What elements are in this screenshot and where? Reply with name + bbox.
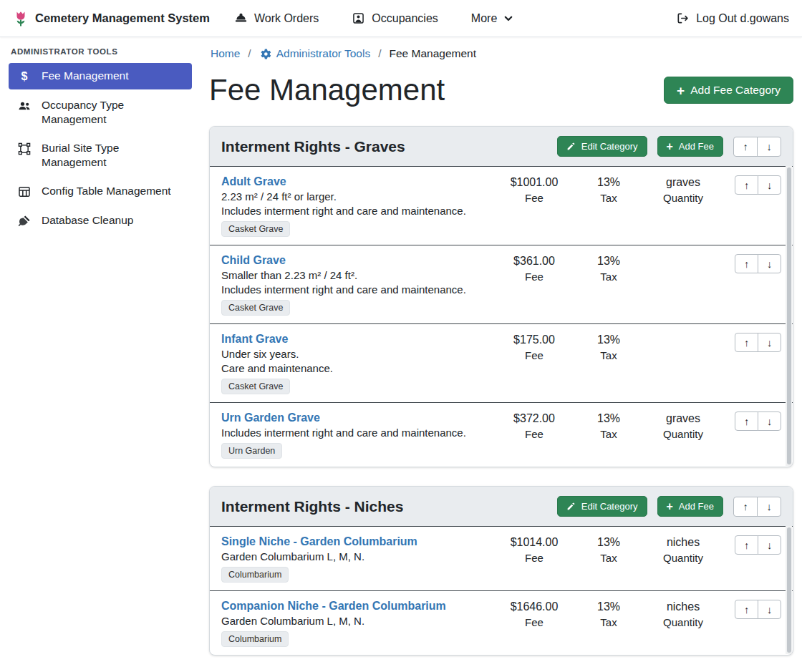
breadcrumb-item-fee-management: Fee Management: [390, 47, 477, 60]
arrow-up-icon: ↑: [744, 258, 749, 270]
fee-amount-column: $1646.00 Fee: [491, 600, 577, 628]
fee-name-link[interactable]: Child Grave: [221, 254, 286, 267]
logout-button[interactable]: Log Out d.gowans: [676, 11, 789, 25]
move-fee-down-button[interactable]: ↓: [758, 600, 781, 619]
fee-amount-label: Fee: [491, 349, 577, 361]
add-fee-category-button[interactable]: + Add Fee Category: [664, 77, 793, 104]
sidebar-item-occupancy-type-management[interactable]: Occupancy Type Management: [9, 92, 192, 132]
fee-amount-label: Fee: [491, 552, 577, 564]
move-fee-up-button[interactable]: ↑: [735, 412, 758, 431]
fee-tax: 13%: [577, 536, 640, 549]
sidebar-item-burial-site-type-management[interactable]: Burial Site Type Management: [9, 135, 192, 175]
fee-amount-label: Fee: [491, 271, 577, 283]
logout-icon: [676, 11, 690, 25]
sidebar-item-label: Config Table Management: [42, 184, 171, 198]
move-category-up-button[interactable]: ↑: [733, 137, 758, 157]
fee-amount: $1014.00: [491, 536, 577, 549]
add-fee-button[interactable]: + Add Fee: [657, 136, 724, 157]
chevron-down-icon: [503, 14, 513, 24]
app-brand[interactable]: Cemetery Management System: [13, 9, 210, 27]
fee-tag: Urn Garden: [221, 443, 282, 459]
move-fee-down-button[interactable]: ↓: [758, 535, 781, 555]
table-icon: [17, 185, 32, 199]
card-scrollbar[interactable]: [786, 166, 792, 466]
sidebar-item-database-cleanup[interactable]: Database Cleanup: [9, 208, 192, 234]
nav-item-work-orders[interactable]: Work Orders: [234, 11, 319, 25]
fee-tax-label: Tax: [577, 552, 640, 564]
fee-tax-column: 13% Tax: [577, 412, 640, 440]
fee-info: Infant Grave Under six years.Care and ma…: [221, 333, 491, 394]
move-fee-up-button[interactable]: ↑: [735, 535, 758, 555]
category-reorder-buttons: ↑ ↓: [733, 137, 781, 157]
arrow-down-icon: ↓: [767, 540, 772, 551]
fee-descriptions: Under six years.Care and maintenance.: [221, 348, 485, 374]
fee-name-link[interactable]: Urn Garden Grave: [221, 412, 320, 424]
category-reorder-buttons: ↑ ↓: [733, 497, 781, 517]
fee-name-link[interactable]: Single Niche - Garden Columbarium: [221, 535, 417, 548]
fee-amount-column: $1001.00 Fee: [491, 175, 577, 204]
move-fee-down-button[interactable]: ↓: [758, 412, 781, 431]
move-category-down-button[interactable]: ↓: [757, 137, 781, 157]
breadcrumb-item-administrator-tools[interactable]: Administrator Tools: [259, 47, 371, 60]
fee-name-link[interactable]: Companion Niche - Garden Columbarium: [221, 600, 446, 613]
arrow-up-icon: ↑: [743, 501, 748, 512]
fee-name-link[interactable]: Adult Grave: [221, 175, 286, 188]
sidebar-item-fee-management[interactable]: $Fee Management: [9, 63, 192, 89]
nav-item-label: Work Orders: [254, 12, 319, 25]
add-fee-label: Add Fee: [679, 501, 714, 512]
move-fee-up-button[interactable]: ↑: [735, 254, 758, 273]
fee-reorder-buttons: ↑ ↓: [735, 535, 781, 555]
move-fee-down-button[interactable]: ↓: [758, 175, 781, 195]
fee-quantity: niches: [640, 536, 726, 549]
move-fee-up-button[interactable]: ↑: [735, 600, 758, 619]
fee-tax-column: 13% Tax: [577, 254, 640, 283]
nav-item-more[interactable]: More: [471, 12, 513, 25]
move-category-up-button[interactable]: ↑: [733, 497, 758, 517]
fee-name-link[interactable]: Infant Grave: [221, 333, 288, 346]
fee-reorder-buttons: ↑ ↓: [735, 175, 781, 195]
fee-quantity: graves: [640, 176, 726, 189]
main-content: Home/Administrator Tools/Fee Management …: [200, 37, 802, 672]
fee-reorder-buttons: ↑ ↓: [735, 333, 781, 352]
fee-tax: 13%: [577, 333, 640, 346]
arrow-down-icon: ↓: [767, 416, 772, 427]
fee-description: Includes interment right and care and ma…: [221, 427, 485, 439]
move-category-down-button[interactable]: ↓: [757, 497, 781, 517]
sidebar-nav: $Fee ManagementOccupancy Type Management…: [0, 63, 200, 234]
nav-item-occupancies[interactable]: Occupancies: [352, 11, 438, 25]
edit-category-button[interactable]: Edit Category: [557, 136, 647, 157]
people-icon: [17, 99, 32, 113]
scrollbar-thumb[interactable]: [787, 527, 791, 653]
fee-reorder-buttons: ↑ ↓: [735, 412, 781, 431]
fee-amount-column: $372.00 Fee: [491, 412, 577, 440]
scrollbar-thumb[interactable]: [787, 167, 791, 464]
move-fee-up-button[interactable]: ↑: [735, 175, 758, 195]
move-fee-down-button[interactable]: ↓: [758, 254, 781, 273]
move-fee-down-button[interactable]: ↓: [758, 333, 781, 352]
fee-tax: 13%: [577, 600, 640, 613]
fee-tax-label: Tax: [577, 616, 640, 628]
fee-tag: Columbarium: [221, 567, 289, 583]
card-scrollbar[interactable]: [786, 526, 792, 654]
fee-tax: 13%: [577, 412, 640, 425]
breadcrumb-item-home[interactable]: Home: [211, 47, 240, 60]
breadcrumb-separator: /: [378, 47, 381, 60]
fee-descriptions: Garden Columbarium L, M, N.: [221, 615, 485, 627]
edit-category-button[interactable]: Edit Category: [557, 496, 647, 517]
fee-quantity-column: graves Quantity: [640, 412, 726, 440]
sidebar-item-config-table-management[interactable]: Config Table Management: [9, 178, 192, 205]
fee-descriptions: Garden Columbarium L, M, N.: [221, 550, 485, 563]
fee-info: Urn Garden Grave Includes interment righ…: [221, 412, 491, 459]
fee-description: 2.23 m² / 24 ft² or larger.: [221, 190, 485, 203]
fee-tax-column: 13% Tax: [577, 535, 640, 564]
fee-amount-column: $361.00 Fee: [491, 254, 577, 283]
fee-description: Garden Columbarium L, M, N.: [221, 550, 485, 563]
fee-tax-column: 13% Tax: [577, 175, 640, 204]
fee-row: Child Grave Smaller than 2.23 m² / 24 ft…: [210, 245, 793, 324]
fee-row: Urn Garden Grave Includes interment righ…: [210, 403, 793, 467]
plus-icon: +: [667, 502, 673, 510]
add-fee-button[interactable]: + Add Fee: [657, 496, 724, 517]
app-title: Cemetery Management System: [35, 11, 210, 25]
fee-tag: Casket Grave: [221, 379, 290, 394]
move-fee-up-button[interactable]: ↑: [735, 333, 758, 352]
